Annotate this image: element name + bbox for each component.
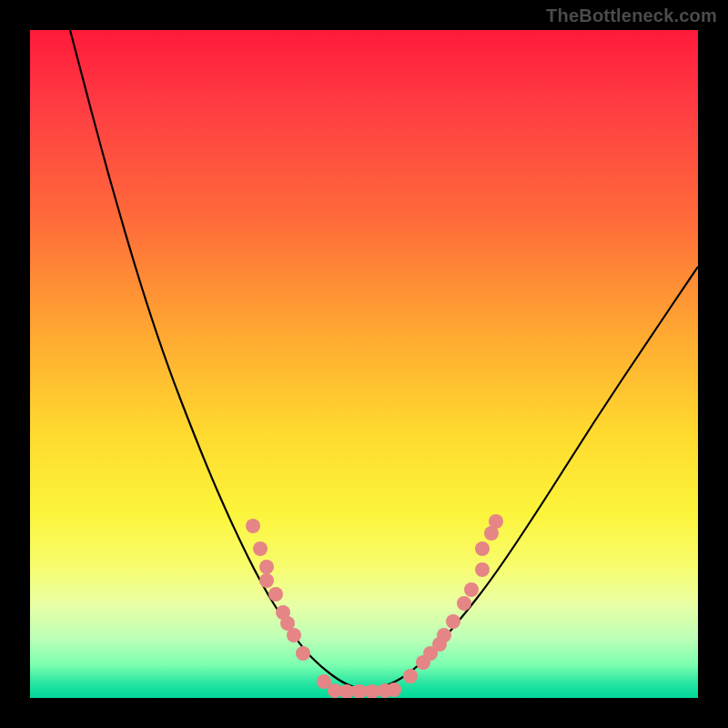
- marker-dot: [464, 582, 479, 597]
- marker-dot: [457, 596, 471, 611]
- marker-dot: [253, 541, 268, 556]
- marker-group-trough: [328, 682, 401, 698]
- marker-group-right: [403, 514, 503, 683]
- marker-dot: [287, 628, 301, 642]
- marker-dot: [296, 646, 310, 661]
- marker-dot: [403, 669, 418, 683]
- marker-dot: [259, 573, 274, 588]
- marker-dot: [437, 628, 451, 642]
- marker-dot: [446, 614, 460, 629]
- curve-layer: [30, 30, 698, 698]
- marker-dot: [268, 587, 283, 602]
- marker-dot: [475, 562, 490, 577]
- marker-dot: [246, 519, 260, 533]
- marker-dot: [489, 514, 503, 529]
- curve-left-branch: [70, 30, 367, 691]
- marker-dot: [475, 541, 490, 556]
- watermark-label: TheBottleneck.com: [546, 5, 717, 26]
- marker-dot: [259, 560, 274, 574]
- marker-dot: [387, 682, 401, 697]
- chart-frame: TheBottleneck.com: [0, 0, 728, 728]
- curve-right-branch: [367, 267, 698, 691]
